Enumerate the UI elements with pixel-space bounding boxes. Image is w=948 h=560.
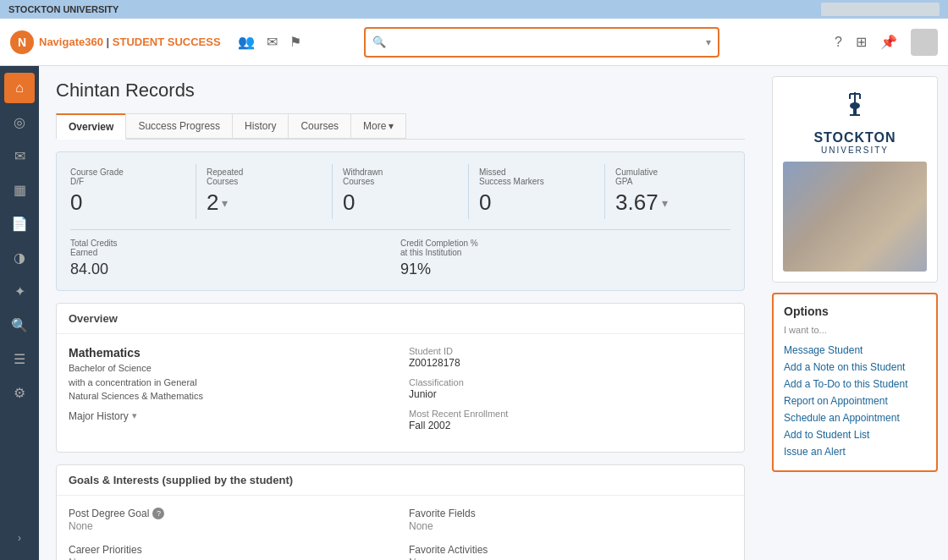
sidebar-item-settings[interactable]: ⚙: [4, 377, 35, 408]
stat-repeated-label: RepeatedCourses: [207, 167, 311, 186]
more-arrow: ▾: [389, 120, 394, 132]
sidebar: ⌂ ◎ ✉ ▦ 📄 ◑ ✦ 🔍 ☰ ⚙ ›: [0, 66, 39, 560]
sidebar-expand[interactable]: ›: [4, 523, 35, 553]
stat-total-credits: Total CreditsEarned 84.00: [70, 239, 400, 278]
repeated-dropdown[interactable]: ▾: [222, 196, 228, 210]
university-name: STOCKTON: [813, 130, 896, 145]
search-bar: 🔍 ▾: [364, 27, 719, 58]
tab-courses[interactable]: Courses: [288, 113, 351, 139]
stat-withdrawn: WithdrawnCourses 0: [343, 164, 458, 219]
options-subtitle: I want to...: [784, 325, 926, 335]
logo-icon: N: [10, 30, 34, 54]
help-icon[interactable]: ?: [835, 35, 842, 50]
goal-item-fields: Favorite Fields None: [409, 508, 732, 532]
options-title: Options: [784, 305, 926, 318]
tab-success-progress[interactable]: Success Progress: [125, 113, 233, 139]
goal-activities-value: None: [409, 557, 732, 560]
stat-gpa: CumulativeGPA 3.67 ▾: [615, 164, 730, 219]
goal-career-label: Career Priorities: [69, 544, 392, 556]
major-history[interactable]: Major History ▾: [69, 410, 392, 422]
goal-item-career: Career Priorities None: [69, 544, 392, 560]
header: N Navigate360 | STUDENT SUCCESS 👥 ✉ ⚑ 🔍 …: [0, 19, 948, 66]
search-dropdown-arrow[interactable]: ▾: [706, 36, 711, 48]
flag-icon[interactable]: ⚑: [289, 34, 301, 50]
stat-credits-value: 84.00: [70, 261, 400, 278]
sidebar-item-alerts[interactable]: ◎: [4, 107, 35, 137]
overview-grid: Mathematics Bachelor of Sciencewith a co…: [69, 346, 732, 440]
sidebar-item-messages[interactable]: ✉: [4, 140, 35, 171]
goals-section: Goals & Interests (supplied by the stude…: [56, 464, 745, 560]
stat-completion-label: Credit Completion %at this Institution: [400, 239, 730, 257]
tab-overview[interactable]: Overview: [56, 113, 126, 140]
classification-value: Junior: [409, 388, 732, 400]
tab-more[interactable]: More ▾: [350, 113, 406, 139]
tabs: Overview Success Progress History Course…: [56, 113, 745, 140]
main-content: Chintan Records Overview Success Progres…: [39, 66, 762, 560]
sidebar-item-search[interactable]: 🔍: [4, 310, 35, 340]
option-message-student[interactable]: Message Student: [784, 342, 926, 359]
classification-label: Classification: [409, 377, 732, 387]
grid-icon[interactable]: ⊞: [856, 34, 867, 50]
stat-gpa-value: 3.67 ▾: [615, 189, 720, 216]
goal-career-value: None: [69, 557, 392, 560]
option-add-todo[interactable]: Add a To-Do to this Student: [784, 376, 926, 393]
stat-withdrawn-label: WithdrawnCourses: [343, 167, 448, 186]
gpa-dropdown[interactable]: ▾: [662, 196, 668, 210]
enrollment-value: Fall 2002: [409, 420, 732, 431]
top-banner: STOCKTON UNIVERSITY: [0, 0, 948, 19]
sidebar-item-home[interactable]: ⌂: [4, 73, 35, 103]
people-icon[interactable]: 👥: [238, 34, 255, 50]
user-avatar[interactable]: [911, 29, 938, 56]
option-add-note[interactable]: Add a Note on this Student: [784, 359, 926, 376]
program-desc: Bachelor of Sciencewith a concentration …: [69, 361, 392, 404]
sidebar-item-files[interactable]: 📄: [4, 208, 35, 239]
app-layout: ⌂ ◎ ✉ ▦ 📄 ◑ ✦ 🔍 ☰ ⚙ › Chintan Records Ov…: [0, 66, 948, 560]
stats-row-top: Course GradeD/F 0 RepeatedCourses 2 ▾ Wi…: [70, 164, 730, 219]
overview-header: Overview: [57, 304, 744, 334]
goal-fields-value: None: [409, 520, 732, 532]
logo-text: Navigate360 | STUDENT SUCCESS: [39, 36, 221, 48]
option-issue-alert[interactable]: Issue an Alert: [784, 443, 926, 460]
search-input[interactable]: [391, 36, 706, 48]
right-panel: STOCKTON UNIVERSITY Options I want to...…: [762, 66, 948, 560]
overview-right: Student ID Z00128178 Classification Juni…: [409, 346, 732, 440]
banner-right-placeholder: [821, 3, 940, 16]
stat-repeated-value: 2 ▾: [207, 189, 311, 216]
pin-icon[interactable]: 📌: [880, 34, 897, 50]
sidebar-item-pinned[interactable]: ✦: [4, 276, 35, 306]
question-mark-icon[interactable]: ?: [152, 508, 164, 519]
option-schedule-appointment[interactable]: Schedule an Appointment: [784, 409, 926, 426]
goal-activities-label: Favorite Activities: [409, 544, 732, 556]
divider-1: [196, 164, 196, 219]
university-logo-card: STOCKTON UNIVERSITY: [772, 76, 938, 283]
header-icons: 👥 ✉ ⚑: [238, 34, 301, 50]
goal-fields-label: Favorite Fields: [409, 508, 732, 519]
mail-icon[interactable]: ✉: [267, 34, 278, 50]
stat-course-grade-value: 0: [70, 189, 175, 216]
stats-row-bottom: Total CreditsEarned 84.00 Credit Complet…: [70, 229, 730, 278]
options-card: Options I want to... Message Student Add…: [772, 293, 938, 472]
student-id-value: Z00128178: [409, 357, 732, 369]
major-history-arrow: ▾: [132, 410, 137, 421]
goal-degree-value: None: [69, 520, 392, 532]
overview-section: Overview Mathematics Bachelor of Science…: [56, 303, 745, 453]
goals-header: Goals & Interests (supplied by the stude…: [57, 465, 744, 496]
sidebar-item-list[interactable]: ☰: [4, 343, 35, 374]
tab-history[interactable]: History: [232, 113, 289, 139]
goal-item-activities: Favorite Activities None: [409, 544, 732, 560]
university-sub: UNIVERSITY: [821, 145, 889, 155]
sidebar-item-progress[interactable]: ◑: [4, 242, 35, 272]
stat-course-grade-label: Course GradeD/F: [70, 167, 175, 186]
stat-missed-label: MissedSuccess Markers: [479, 167, 584, 186]
program-name: Mathematics: [69, 346, 392, 360]
sidebar-item-calendar[interactable]: ▦: [4, 174, 35, 205]
student-id-label: Student ID: [409, 346, 732, 356]
divider-3: [468, 164, 469, 219]
svg-rect-1: [850, 114, 860, 116]
stat-gpa-label: CumulativeGPA: [615, 167, 720, 186]
option-report-appointment[interactable]: Report on Appointment: [784, 393, 926, 409]
page-title: Chintan Records: [56, 80, 745, 102]
goals-body: Post Degree Goal ? None Favorite Fields …: [57, 496, 744, 560]
option-add-student-list[interactable]: Add to Student List: [784, 426, 926, 443]
stat-missed-value: 0: [479, 189, 584, 216]
